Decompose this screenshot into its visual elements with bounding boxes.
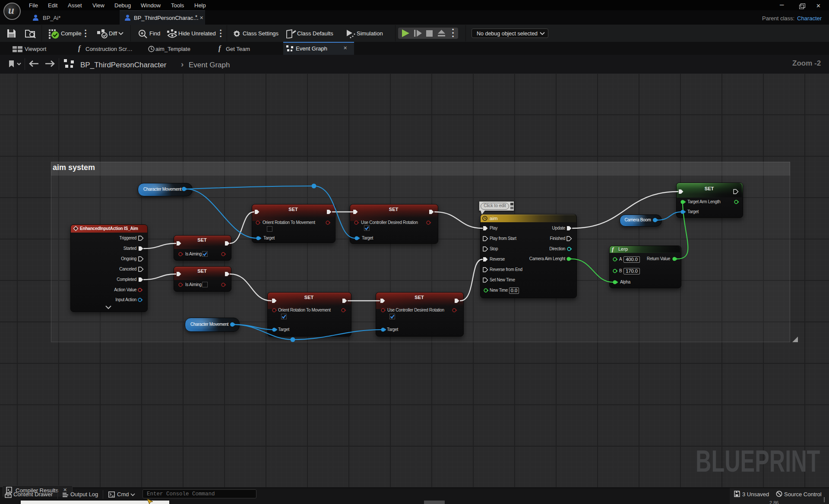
svg-text:*: * <box>738 491 740 495</box>
